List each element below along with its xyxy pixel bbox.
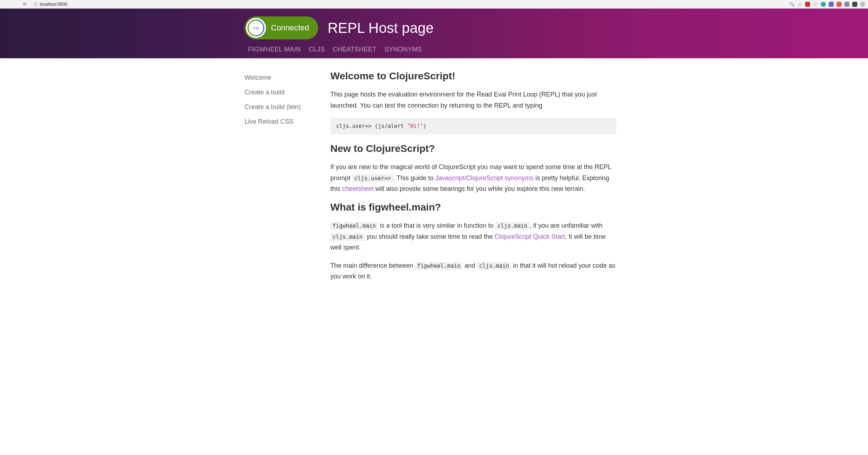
- extension-icon[interactable]: [852, 2, 857, 7]
- bookmark-icon[interactable]: ☆: [798, 1, 802, 7]
- figwheel-text-1: figwheel.main is a tool that is very sim…: [330, 220, 616, 253]
- nav-cljs[interactable]: CLJS: [309, 46, 325, 53]
- quick-start-link[interactable]: ClojureScript Quick Start: [494, 233, 565, 240]
- url-text: localhost:9500: [40, 2, 67, 7]
- extension-icon[interactable]: [860, 2, 865, 7]
- extension-icon[interactable]: [821, 2, 826, 7]
- inline-code: figwheel.main: [330, 222, 378, 230]
- new-to-cljs-text: If you are new to the magical world of C…: [330, 162, 616, 194]
- synonyms-link[interactable]: Javascript/ClojureScript synonyms: [435, 174, 533, 182]
- address-bar[interactable]: i localhost:9500: [33, 2, 67, 7]
- sidebar: Welcome Create a build Create a build (l…: [245, 70, 330, 289]
- zoom-icon[interactable]: 🔍: [789, 2, 795, 7]
- svg-text:cl: cl: [253, 26, 256, 30]
- reload-button[interactable]: ⟳: [23, 1, 27, 7]
- site-info-icon[interactable]: i: [33, 2, 38, 6]
- cheatsheet-link[interactable]: cheetsheet: [342, 185, 374, 192]
- inline-code: cljs.main: [495, 222, 529, 230]
- welcome-text: This page hosts the evaluation environme…: [330, 89, 616, 111]
- sidebar-item-create-build[interactable]: Create a build: [245, 85, 330, 100]
- page-header: cl js Connected REPL Host page FIGWHEEL …: [0, 9, 868, 58]
- cljs-logo-icon: cl js: [246, 18, 266, 38]
- nav-synonyms[interactable]: SYNONYMS: [384, 46, 422, 53]
- code-example: cljs.user=> (js/alert "Hi!"): [330, 118, 616, 134]
- inline-code: cljs.main: [477, 262, 511, 270]
- page-title: REPL Host page: [327, 20, 433, 36]
- browser-toolbar: ← → ⟳ i localhost:9500 🔍 ☆: [0, 0, 868, 9]
- forward-button[interactable]: →: [13, 1, 18, 7]
- extension-icon[interactable]: [844, 2, 849, 7]
- extension-icon[interactable]: [829, 2, 834, 7]
- connected-label: Connected: [271, 23, 309, 33]
- main-content: Welcome to ClojureScript! This page host…: [330, 70, 616, 289]
- what-is-figwheel-heading: What is figwheel.main?: [330, 202, 616, 213]
- sidebar-item-welcome[interactable]: Welcome: [245, 70, 330, 85]
- sidebar-item-create-build-lein[interactable]: Create a build (lein): [245, 100, 330, 114]
- extension-icon[interactable]: [837, 2, 842, 7]
- extension-icon[interactable]: [813, 2, 818, 7]
- browser-actions: 🔍 ☆: [789, 1, 865, 7]
- figwheel-text-2: The main difference between figwheel.mai…: [330, 260, 616, 282]
- sidebar-item-live-reload-css[interactable]: Live Reload CSS: [245, 114, 330, 129]
- extension-icon[interactable]: [805, 2, 810, 7]
- inline-code: cljs.main: [330, 233, 365, 241]
- page-body: Welcome Create a build Create a build (l…: [245, 58, 623, 289]
- welcome-heading: Welcome to ClojureScript!: [330, 70, 616, 82]
- svg-text:js: js: [256, 26, 259, 30]
- inline-code: figwheel.main: [415, 262, 463, 270]
- nav-figwheel-main[interactable]: FIGWHEEL MAIN: [248, 46, 301, 53]
- nav-cheatsheet[interactable]: CHEATSHEET: [332, 46, 376, 53]
- header-nav: FIGWHEEL MAIN CLJS CHEATSHEET SYNONYMS: [245, 46, 623, 58]
- inline-code: cljs.user=>: [352, 174, 393, 182]
- connection-status-pill: cl js Connected: [245, 16, 318, 39]
- back-button[interactable]: ←: [3, 1, 8, 7]
- new-to-cljs-heading: New to ClojureScript?: [330, 143, 616, 154]
